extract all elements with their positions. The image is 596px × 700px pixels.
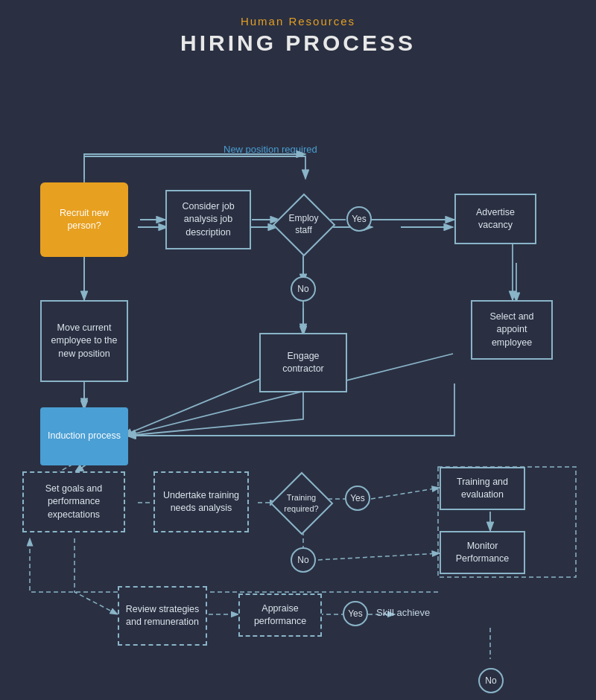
no-circle-3: No bbox=[478, 668, 504, 693]
training-req-diamond: Training required? bbox=[277, 479, 326, 527]
monitor-box: Monitor Performance bbox=[440, 531, 525, 574]
skill-achieve-label: Skill achieve bbox=[376, 607, 430, 618]
employ-diamond: Employ staff bbox=[279, 200, 328, 249]
engage-box: Engage contractor bbox=[259, 333, 347, 392]
no-circle-1: No bbox=[291, 276, 316, 302]
consider-box: Consider job analysis job description bbox=[165, 190, 251, 249]
training-needs-box: Undertake training needs analysis bbox=[153, 471, 249, 532]
svg-line-33 bbox=[303, 553, 440, 561]
yes-circle-3: Yes bbox=[343, 601, 368, 626]
header-subtitle: Human Resources bbox=[180, 15, 416, 28]
header-title: HIRING PROCESS bbox=[180, 31, 416, 56]
svg-line-31 bbox=[371, 488, 440, 499]
select-box: Select and appoint employee bbox=[471, 300, 553, 360]
move-box: Move current employee to the new positio… bbox=[40, 300, 128, 382]
new-position-label: New position required bbox=[224, 144, 317, 155]
set-goals-box: Set goals and performance expectations bbox=[22, 471, 125, 532]
advertise-box: Advertise vacancy bbox=[454, 194, 536, 244]
training-eval-box: Training and evaluation bbox=[440, 467, 525, 510]
recruit-box: Recruit new person? bbox=[40, 182, 128, 257]
page-header: Human Resources HIRING PROCESS bbox=[180, 15, 416, 56]
appraise-box: Appraise performance bbox=[238, 594, 322, 637]
yes-circle-1: Yes bbox=[346, 206, 372, 232]
induction-box: Induction process bbox=[40, 407, 128, 465]
review-box: Review strategies and remuneration bbox=[118, 586, 207, 646]
yes-circle-2: Yes bbox=[345, 486, 370, 511]
no-circle-2: No bbox=[291, 547, 316, 573]
flowchart-diagram: New position required bbox=[7, 71, 589, 659]
